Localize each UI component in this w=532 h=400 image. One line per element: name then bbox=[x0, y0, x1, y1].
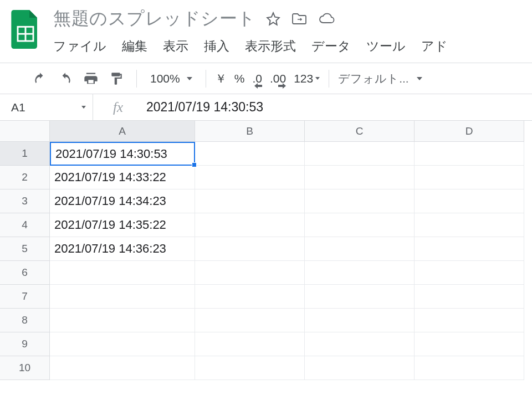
cloud-status-icon[interactable] bbox=[318, 12, 335, 25]
document-title[interactable]: 無題のスプレッドシート bbox=[53, 7, 256, 31]
menu-file[interactable]: ファイル bbox=[53, 38, 106, 55]
sheets-logo[interactable] bbox=[10, 7, 41, 49]
cell-B8[interactable] bbox=[195, 309, 305, 332]
redo-button[interactable] bbox=[54, 68, 76, 90]
spreadsheet-grid: A B C D 1 2021/07/19 14:30:53 2 2021/07/… bbox=[0, 120, 532, 380]
cell-B4[interactable] bbox=[195, 213, 305, 237]
percent-button[interactable]: % bbox=[234, 72, 245, 85]
cell-C9[interactable] bbox=[305, 332, 415, 356]
row-header-5[interactable]: 5 bbox=[0, 237, 50, 261]
cell-A4[interactable]: 2021/07/19 14:35:22 bbox=[50, 213, 195, 237]
increase-decimal-button[interactable]: .00 bbox=[270, 72, 286, 85]
name-box[interactable]: A1 bbox=[0, 94, 93, 120]
menu-edit[interactable]: 編集 bbox=[122, 38, 147, 55]
cell-A7[interactable] bbox=[50, 285, 195, 309]
cell-D6[interactable] bbox=[415, 261, 524, 285]
menu-insert[interactable]: 挿入 bbox=[204, 38, 229, 55]
dropdown-arrow-icon bbox=[315, 77, 320, 80]
move-icon[interactable] bbox=[291, 12, 307, 25]
formula-bar[interactable]: 2021/07/19 14:30:53 bbox=[143, 100, 532, 115]
star-icon[interactable] bbox=[266, 12, 280, 26]
column-header-D[interactable]: D bbox=[415, 121, 524, 142]
dropdown-arrow-icon bbox=[187, 77, 192, 80]
cell-C10[interactable] bbox=[305, 356, 415, 380]
cell-A9[interactable] bbox=[50, 332, 195, 356]
cell-B10[interactable] bbox=[195, 356, 305, 380]
cell-B7[interactable] bbox=[195, 285, 305, 309]
cell-A5[interactable]: 2021/07/19 14:36:23 bbox=[50, 237, 195, 261]
column-header-B[interactable]: B bbox=[195, 121, 305, 142]
cell-D1[interactable] bbox=[415, 142, 524, 166]
menu-data[interactable]: データ bbox=[311, 38, 351, 55]
cell-A1[interactable]: 2021/07/19 14:30:53 bbox=[50, 142, 195, 166]
cell-D3[interactable] bbox=[415, 189, 524, 213]
cell-D7[interactable] bbox=[415, 285, 524, 309]
currency-button[interactable]: ￥ bbox=[215, 71, 227, 86]
paint-format-button[interactable] bbox=[105, 68, 127, 90]
cell-D9[interactable] bbox=[415, 332, 524, 356]
dropdown-arrow-icon bbox=[81, 106, 86, 109]
undo-button[interactable] bbox=[29, 68, 51, 90]
cell-A3[interactable]: 2021/07/19 14:34:23 bbox=[50, 189, 195, 213]
row-header-7[interactable]: 7 bbox=[0, 285, 50, 309]
zoom-value: 100% bbox=[150, 72, 180, 85]
more-formats-button[interactable]: 123 bbox=[294, 72, 320, 85]
row-header-8[interactable]: 8 bbox=[0, 309, 50, 332]
dropdown-arrow-icon bbox=[417, 77, 422, 80]
cell-A8[interactable] bbox=[50, 309, 195, 332]
row-header-9[interactable]: 9 bbox=[0, 332, 50, 356]
cell-A10[interactable] bbox=[50, 356, 195, 380]
cell-B6[interactable] bbox=[195, 261, 305, 285]
cell-C3[interactable] bbox=[305, 189, 415, 213]
cell-D5[interactable] bbox=[415, 237, 524, 261]
cell-C1[interactable] bbox=[305, 142, 415, 166]
cell-D4[interactable] bbox=[415, 213, 524, 237]
cell-C4[interactable] bbox=[305, 213, 415, 237]
decrease-decimal-button[interactable]: .0 bbox=[252, 72, 262, 85]
cell-D8[interactable] bbox=[415, 309, 524, 332]
selection-handle[interactable] bbox=[192, 162, 197, 167]
menu-addons[interactable]: アド bbox=[421, 38, 448, 55]
menu-tools[interactable]: ツール bbox=[366, 38, 406, 55]
cell-A2[interactable]: 2021/07/19 14:33:22 bbox=[50, 166, 195, 189]
cell-D2[interactable] bbox=[415, 166, 524, 189]
menu-bar: ファイル 編集 表示 挿入 表示形式 データ ツール アド bbox=[53, 34, 532, 63]
row-header-10[interactable]: 10 bbox=[0, 356, 50, 380]
menu-format[interactable]: 表示形式 bbox=[245, 38, 296, 55]
toolbar: 100% ￥ % .0 .00 123 デフォルト... bbox=[0, 63, 532, 94]
row-header-6[interactable]: 6 bbox=[0, 261, 50, 285]
menu-view[interactable]: 表示 bbox=[163, 38, 188, 55]
font-name: デフォルト... bbox=[338, 71, 409, 86]
select-all-corner[interactable] bbox=[0, 121, 50, 142]
column-header-A[interactable]: A bbox=[50, 121, 195, 142]
cell-C6[interactable] bbox=[305, 261, 415, 285]
row-header-4[interactable]: 4 bbox=[0, 213, 50, 237]
cell-C5[interactable] bbox=[305, 237, 415, 261]
print-button[interactable] bbox=[80, 68, 102, 90]
cell-B3[interactable] bbox=[195, 189, 305, 213]
font-dropdown[interactable]: デフォルト... bbox=[338, 71, 422, 86]
row-header-1[interactable]: 1 bbox=[0, 142, 50, 166]
cell-C8[interactable] bbox=[305, 309, 415, 332]
name-box-value: A1 bbox=[11, 101, 25, 114]
fx-icon: fx bbox=[93, 100, 143, 115]
row-header-2[interactable]: 2 bbox=[0, 166, 50, 189]
cell-C7[interactable] bbox=[305, 285, 415, 309]
column-header-C[interactable]: C bbox=[305, 121, 415, 142]
cell-B2[interactable] bbox=[195, 166, 305, 189]
zoom-dropdown[interactable]: 100% bbox=[146, 72, 197, 85]
cell-A6[interactable] bbox=[50, 261, 195, 285]
cell-D10[interactable] bbox=[415, 356, 524, 380]
cell-C2[interactable] bbox=[305, 166, 415, 189]
cell-B1[interactable] bbox=[195, 142, 305, 166]
cell-B9[interactable] bbox=[195, 332, 305, 356]
row-header-3[interactable]: 3 bbox=[0, 189, 50, 213]
cell-B5[interactable] bbox=[195, 237, 305, 261]
